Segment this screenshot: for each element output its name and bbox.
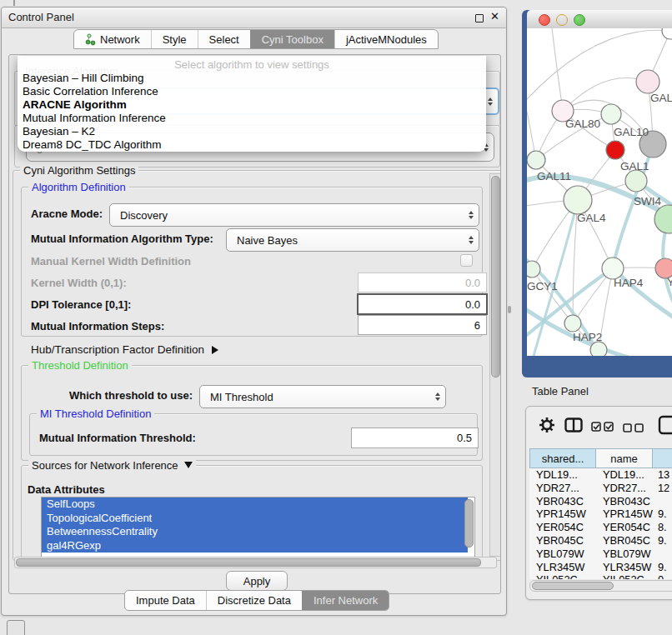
node-label-gal1: GAL1 [620, 160, 649, 172]
node-hap2[interactable] [564, 315, 581, 332]
attribute-item-betweennesscentrality[interactable]: BetweennessCentrality [42, 525, 468, 539]
aracne-mode-combo[interactable]: Discovery [109, 203, 479, 227]
table-row[interactable]: YER054CYER054C8. [529, 521, 672, 534]
column-layout-icon[interactable] [564, 418, 583, 436]
network-edge [532, 200, 578, 356]
network-graph: GALGAL80GAL10GAL1SWI4GAL11GAL4GCY1HAP4YH… [527, 28, 672, 356]
partial-toolbar-icon[interactable] [658, 415, 672, 438]
sources-group-title[interactable]: Sources for Network Inference [28, 459, 196, 472]
column-header-name[interactable]: name [596, 448, 653, 468]
which-threshold-value: MI Threshold [200, 391, 430, 403]
list-vertical-scrollbar[interactable] [464, 498, 474, 557]
table-row[interactable]: YBR045CYBR045C9. [529, 534, 672, 548]
node-gal1[interactable] [625, 170, 647, 192]
which-threshold-combo[interactable]: MI Threshold [199, 385, 446, 408]
column-header-a[interactable]: A [653, 448, 672, 468]
table-row[interactable]: YPR145WYPR145W9. [529, 508, 672, 521]
scrollbar-thumb[interactable] [532, 582, 614, 590]
apply-button[interactable]: Apply [226, 571, 288, 591]
scrollbar-thumb[interactable] [491, 176, 500, 378]
tab-network[interactable]: Network [74, 30, 151, 48]
tab-discretize-data[interactable]: Discretize Data [206, 591, 302, 610]
minimize-traffic-light-icon[interactable] [556, 14, 568, 26]
dpi-tolerance-field[interactable]: 0.0 [357, 293, 488, 315]
node-red[interactable] [606, 141, 624, 159]
popup-item-bayesian-k2[interactable]: Bayesian – K2 [18, 125, 486, 138]
mi-threshold-group-title: MI Threshold Definition [37, 408, 154, 420]
aracne-mode-label: Aracne Mode: [31, 208, 103, 220]
table-row[interactable]: YLR345WYLR345W9. [529, 561, 672, 574]
tab-style[interactable]: Style [151, 30, 198, 48]
zoom-traffic-light-icon[interactable] [574, 14, 585, 26]
deselect-all-checkboxes-icon[interactable] [623, 421, 644, 436]
select-all-checkboxes-icon[interactable] [591, 420, 614, 435]
table-cell: 9. [653, 561, 672, 574]
attribute-item-gal4rgexp[interactable]: gal4RGexp [42, 539, 468, 553]
tab-label: Network [100, 31, 140, 48]
table-cell: YBR043C [529, 495, 596, 508]
node-label-gcy1: GCY1 [527, 280, 558, 292]
mi-threshold-field[interactable]: 0.5 [351, 428, 479, 448]
table-toolbar [526, 413, 672, 438]
node-gal4[interactable] [564, 186, 592, 214]
control-panel-titlebar: Control Panel ✕ [2, 8, 506, 28]
table-cell: 9. [653, 534, 672, 548]
network-window-titlebar[interactable] [527, 10, 672, 29]
table-row[interactable]: YIL052CYIL052C0. [529, 573, 672, 579]
scrollbar-thumb[interactable] [16, 558, 481, 567]
cyni-settings-title: Cyni Algorithm Settings [20, 164, 138, 177]
node-bottom[interactable] [590, 342, 607, 356]
kernel-width-field[interactable]: 0.0 [358, 272, 487, 292]
tab-select[interactable]: Select [198, 30, 250, 48]
gear-icon[interactable] [538, 416, 556, 438]
table-cell: YLR345W [596, 561, 653, 574]
mi-type-combo[interactable]: Naive Bayes [226, 228, 479, 252]
table-horizontal-scrollbar[interactable] [529, 580, 672, 592]
tab-impute-data[interactable]: Impute Data [125, 591, 206, 610]
attribute-item-selfloops[interactable]: SelfLoops [42, 498, 468, 512]
table-row[interactable]: YBL079WYBL079W [529, 548, 672, 561]
tab-infer-network[interactable]: Infer Network [302, 591, 389, 610]
node-gcy1[interactable] [527, 261, 540, 278]
table-cell: YDR27... [596, 482, 653, 495]
data-attributes-list[interactable]: SelfLoopsTopologicalCoefficientBetweenne… [41, 497, 475, 558]
grip-square[interactable] [7, 620, 25, 635]
hub-definition-expander[interactable]: Hub/Transcription Factor Definition [31, 343, 218, 356]
close-icon[interactable]: ✕ [490, 10, 499, 22]
table-cell: YIL052C [596, 573, 653, 579]
settings-horizontal-scrollbar[interactable] [14, 557, 497, 568]
aracne-mode-value: Discovery [110, 209, 464, 222]
popup-item-aracne-algorithm[interactable]: ARACNE Algorithm [18, 98, 486, 112]
column-header-shared[interactable]: shared... [529, 448, 596, 468]
node-label-y: Y [667, 276, 672, 288]
close-traffic-light-icon[interactable] [539, 14, 550, 26]
network-canvas[interactable]: GALGAL80GAL10GAL1SWI4GAL11GAL4GCY1HAP4YH… [527, 28, 672, 356]
popup-item-bayesian-hill-climbing[interactable]: Bayesian – Hill Climbing [18, 72, 486, 85]
settings-vertical-scrollbar[interactable] [489, 173, 501, 557]
tab-jactivemnodules[interactable]: jActiveMNodules [334, 30, 438, 48]
algorithm-popup: Select algorithm to view settings Bayesi… [18, 56, 486, 152]
table-cell: YBR045C [529, 534, 596, 548]
table-row[interactable]: YDL19...YDL19...13 [529, 468, 672, 482]
node-gal11[interactable] [527, 151, 545, 169]
tab-cyni-toolbox[interactable]: Cyni Toolbox [250, 30, 334, 48]
scrollbar-thumb[interactable] [464, 499, 474, 548]
popup-item-mutual-information-inference[interactable]: Mutual Information Inference [18, 112, 486, 125]
tab-label: Cyni Toolbox [262, 31, 323, 48]
table-row[interactable]: YBR043CYBR043C [529, 495, 672, 508]
algorithm-definition-title: Algorithm Definition [28, 181, 129, 193]
manual-kernel-checkbox[interactable] [460, 254, 473, 267]
attribute-item-topologicalcoefficient[interactable]: TopologicalCoefficient [42, 512, 468, 526]
mi-steps-label: Mutual Information Steps: [31, 320, 164, 332]
float-window-icon[interactable] [475, 14, 484, 22]
popup-item-dream8-dc-tdc-algorithm[interactable]: Dream8 DC_TDC Algorithm [18, 138, 486, 152]
panel-divider-nub[interactable] [508, 306, 511, 313]
mi-steps-field[interactable]: 6 [358, 315, 487, 335]
table-cell: YDL19... [529, 468, 596, 482]
table-cell: YDR27... [529, 482, 596, 495]
node-gal-partial[interactable] [636, 70, 659, 93]
popup-item-basic-correlation-inference[interactable]: Basic Correlation Inference [18, 85, 486, 98]
node-gal10[interactable] [601, 104, 621, 124]
node-unlabeled-top[interactable] [662, 28, 672, 39]
table-row[interactable]: YDR27...YDR27...12 [529, 482, 672, 495]
